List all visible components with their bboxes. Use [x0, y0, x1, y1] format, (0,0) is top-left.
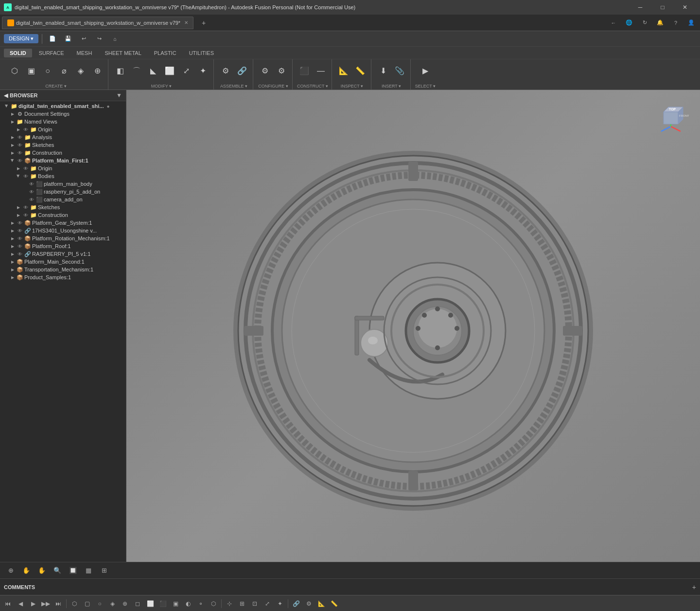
last-frame-button[interactable]: ⏭ — [52, 598, 64, 610]
tree-arrow-doc[interactable]: ▶ — [10, 111, 16, 117]
browser-collapse-icon[interactable]: ◀ — [4, 92, 8, 99]
plane-button[interactable]: ⬛ — [297, 63, 312, 79]
tree-arrow-17hs[interactable]: ▶ — [10, 228, 16, 234]
comments-expand-button[interactable]: + — [692, 583, 696, 591]
tree-arrow-construction-top[interactable]: ▶ — [10, 150, 16, 156]
hand-button[interactable]: ✋ — [35, 564, 49, 577]
tree-arrow-origin[interactable]: ▶ — [16, 126, 21, 132]
next-frame-button[interactable]: ▶▶ — [40, 598, 52, 610]
tab-surface[interactable]: SURFACE — [33, 49, 70, 57]
tree-origin2[interactable]: ▶ 👁 📁 Origin — [0, 164, 126, 172]
origin2-eye[interactable]: 👁 — [22, 165, 29, 172]
browser-expand-button[interactable]: ▼ — [116, 92, 122, 99]
play-button[interactable]: ▶ — [27, 598, 39, 610]
rp2-eye[interactable]: 👁 — [17, 251, 23, 257]
insert-svg-button[interactable]: 📎 — [392, 63, 407, 79]
bottom-tool-12[interactable]: ⬡ — [208, 598, 219, 610]
save-button[interactable]: 💾 — [61, 32, 75, 46]
measure-button[interactable]: 📐 — [336, 63, 351, 79]
prf-eye[interactable]: 👁 — [17, 243, 23, 250]
bottom-tool-19[interactable]: ⚙ — [303, 598, 315, 610]
tree-root[interactable]: ▶ 📁 digital_twin_enabled_smart_shi... ● — [0, 102, 126, 110]
tree-platform-rotation[interactable]: ▶ 👁 📦 Platform_Rotation_Mechanism:1 — [0, 234, 126, 242]
redo-button[interactable]: ↪ — [92, 32, 106, 46]
home-button[interactable]: ⌂ — [108, 32, 122, 46]
zoom-button[interactable]: 🔍 — [51, 564, 64, 577]
origin-eye[interactable]: 👁 — [22, 126, 29, 133]
tree-camera-add-on[interactable]: ▶ 👁 ⬛ camera_add_on — [0, 196, 126, 203]
tree-construction-top[interactable]: ▶ 👁 📁 Construction — [0, 149, 126, 157]
tree-platform-main-second[interactable]: ▶ 📦 Platform_Main_Second:1 — [0, 258, 126, 266]
tree-platform-main-first[interactable]: ▶ 👁 📦 Platform_Main_First:1 — [0, 157, 126, 164]
bottom-tool-20[interactable]: 📐 — [315, 598, 327, 610]
user-button[interactable]: 👤 — [684, 16, 698, 30]
17hs-eye[interactable]: 👁 — [17, 227, 23, 234]
tab-mesh[interactable]: MESH — [71, 49, 98, 57]
fit-button[interactable]: 🔲 — [66, 564, 80, 577]
undo-button[interactable]: ↩ — [77, 32, 90, 46]
modify-more-button[interactable]: ✦ — [195, 63, 210, 79]
analysis-eye[interactable]: 👁 — [17, 134, 23, 141]
bottom-tool-13[interactable]: ⊹ — [224, 598, 235, 610]
inspect-more-button[interactable]: 📏 — [352, 63, 368, 79]
tree-arrow-pmf[interactable]: ▶ — [10, 158, 16, 163]
refresh-button[interactable]: ↻ — [638, 16, 651, 30]
tree-doc-settings[interactable]: ▶ ⚙ Document Settings — [0, 110, 126, 118]
tree-arrow-tm[interactable]: ▶ — [10, 267, 16, 272]
construction-mid-eye[interactable]: 👁 — [22, 212, 29, 218]
tree-platform-roof[interactable]: ▶ 👁 📦 Platform_Roof:1 — [0, 242, 126, 250]
tree-origin[interactable]: ▶ 👁 📁 Origin — [0, 126, 126, 133]
prev-frame-button[interactable]: ◀ — [15, 598, 26, 610]
grid-button[interactable]: ▦ — [82, 564, 95, 577]
shell-button[interactable]: ⬜ — [162, 63, 177, 79]
sketches-mid-eye[interactable]: 👁 — [22, 204, 29, 211]
pan-button[interactable]: ✋ — [19, 564, 33, 577]
bottom-tool-11[interactable]: ⚬ — [195, 598, 207, 610]
tab-sheet-metal[interactable]: SHEET METAL — [99, 49, 147, 57]
back-nav-button[interactable]: ← — [607, 16, 620, 30]
joint-origin-button[interactable]: 🔗 — [234, 63, 250, 79]
bottom-tool-17[interactable]: ✦ — [274, 598, 286, 610]
maximize-button[interactable]: □ — [651, 0, 674, 15]
bottom-tool-7[interactable]: ⬜ — [144, 598, 156, 610]
tree-arrow-sketches-mid[interactable]: ▶ — [16, 204, 21, 210]
pmf-eye[interactable]: 👁 — [17, 157, 23, 164]
construction-top-eye[interactable]: 👁 — [17, 149, 23, 156]
browser-content[interactable]: ▶ 📁 digital_twin_enabled_smart_shi... ● … — [0, 101, 126, 562]
revolve-button[interactable]: ○ — [40, 63, 55, 79]
tree-arrow-sketches-top[interactable]: ▶ — [10, 142, 16, 148]
bottom-tool-5[interactable]: ⊕ — [119, 598, 131, 610]
bottom-tool-18[interactable]: 🔗 — [290, 598, 302, 610]
document-tab[interactable]: digital_twin_enabled_smart_shipping_work… — [2, 17, 193, 29]
sweep-button[interactable]: ⌀ — [56, 63, 72, 79]
minimize-button[interactable]: ─ — [629, 0, 651, 15]
close-button[interactable]: ✕ — [674, 0, 696, 15]
tree-platform-gear[interactable]: ▶ 👁 📦 Platform_Gear_System:1 — [0, 219, 126, 227]
pg-eye[interactable]: 👁 — [17, 219, 23, 226]
tree-sketches-top[interactable]: ▶ 👁 📁 Sketches — [0, 141, 126, 149]
bottom-tool-10[interactable]: ◐ — [182, 598, 194, 610]
close-tab-button[interactable]: ✕ — [184, 20, 188, 25]
tree-product-samples[interactable]: ▶ 📦 Product_Samples:1 — [0, 273, 126, 281]
tree-analysis[interactable]: ▶ 👁 📁 Analysis — [0, 133, 126, 141]
design-mode-button[interactable]: DESIGN ▾ — [4, 34, 38, 43]
tree-arrow-ps[interactable]: ▶ — [10, 274, 16, 280]
bottom-tool-2[interactable]: ▢ — [81, 598, 93, 610]
bottom-tool-9[interactable]: ▣ — [170, 598, 181, 610]
display-mode-button[interactable]: ⊞ — [97, 564, 111, 577]
tree-arrow-bodies[interactable]: ▶ — [16, 173, 21, 179]
cube-navigator[interactable]: TOP FRONT — [651, 100, 690, 139]
bottom-tool-16[interactable]: ⤢ — [262, 598, 273, 610]
chamfer-button[interactable]: ◣ — [145, 63, 161, 79]
extrude-button[interactable]: ▣ — [23, 63, 39, 79]
configure-more-button[interactable]: ⚙ — [274, 63, 289, 79]
tree-arrow-rp2[interactable]: ▶ — [10, 251, 16, 257]
orbit-button[interactable]: ⊕ — [4, 564, 18, 577]
insert-mesh-button[interactable]: ⬇ — [375, 63, 391, 79]
new-file-button[interactable]: 📄 — [46, 32, 59, 46]
tree-construction-mid[interactable]: ▶ 👁 📁 Construction — [0, 211, 126, 219]
loft-button[interactable]: ◈ — [73, 63, 88, 79]
bottom-tool-15[interactable]: ⊡ — [249, 598, 261, 610]
bottom-tool-14[interactable]: ⊞ — [236, 598, 248, 610]
parameters-button[interactable]: ⚙ — [257, 63, 273, 79]
